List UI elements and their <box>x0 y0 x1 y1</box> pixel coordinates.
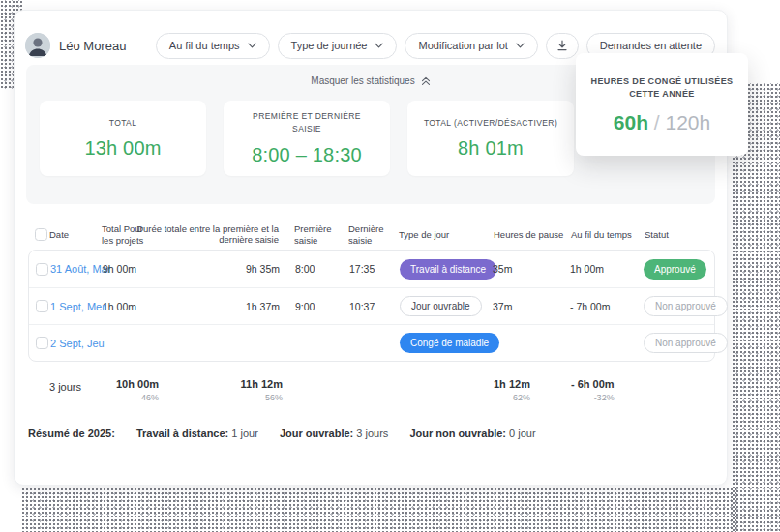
status-badge[interactable]: Non approuvé <box>644 296 728 316</box>
col-header-last-entry: Dernière saisie <box>345 223 399 247</box>
date-link[interactable]: 2 Sept, Jeu <box>50 338 105 349</box>
col-header-overtime: Au fil du temps <box>569 229 643 241</box>
row-checkbox[interactable] <box>36 300 48 312</box>
col-header-first-entry: Première saisie <box>286 223 345 247</box>
col-header-status: Statut <box>643 229 717 241</box>
cell-pause: 37m <box>493 301 570 312</box>
col-header-day-type: Type de jour <box>399 229 492 241</box>
cell-first-entry: 9:00 <box>287 301 345 312</box>
day-type-badge[interactable]: Travail à distance <box>400 259 496 280</box>
chevron-down-icon <box>375 43 383 48</box>
cell-total-duration: 9h 35m <box>162 263 287 275</box>
totals-total-projects: 10h 00m 46% <box>116 378 159 402</box>
summary-item: Jour non ouvrable: 0 jour <box>409 428 535 439</box>
totals-overtime: - 6h 00m -32% <box>571 378 615 402</box>
download-icon <box>556 40 568 51</box>
leave-separator: / <box>654 111 660 133</box>
cell-first-entry: 8:00 <box>287 263 345 275</box>
double-chevron-up-icon <box>421 76 431 86</box>
grain-shadow-bottom <box>21 488 737 532</box>
pending-requests-label: Demandes en attente <box>600 40 702 51</box>
table-row: 2 Sept, Jeu Congé de maladie Non approuv… <box>29 324 714 361</box>
stat-card-label: TOTAL <box>96 117 151 130</box>
bulk-edit-button[interactable]: Modification par lot <box>405 33 537 59</box>
stat-card-clock-total: TOTAL (ACTIVER/DÉSACTIVER) 8h 01m <box>407 101 574 176</box>
cell-total-duration: 1h 37m <box>162 301 287 312</box>
leave-hours-label: HEURES DE CONGÉ UTILISÉES CETTE ANNÉE <box>576 75 748 102</box>
cell-total-projects: 9h 00m <box>103 263 162 275</box>
totals-days: 3 jours <box>49 374 102 393</box>
leave-hours-value: 60h / 120h <box>614 111 710 134</box>
hide-statistics-label: Masquer les statistiques <box>311 75 414 86</box>
table-header-row: Date Total Pour les projets Durée totale… <box>28 220 715 250</box>
overtime-filter-button[interactable]: Au fil du temps <box>156 33 270 59</box>
day-type-filter-button[interactable]: Type de journée <box>278 33 398 59</box>
day-type-badge[interactable]: Congé de maladie <box>400 333 499 353</box>
stat-card-value: 8:00 – 18:30 <box>252 144 362 166</box>
col-header-pause: Heures de pause <box>492 229 569 241</box>
summary-item: Jour ouvrable: 3 jours <box>280 428 389 439</box>
cell-last-entry: 17:35 <box>345 263 400 275</box>
totals-total-duration: 11h 12m 56% <box>241 378 283 402</box>
main-panel: Léo Moreau Au fil du temps Type de journ… <box>14 10 728 486</box>
table-row: 31 Août, Mar 9h 00m 9h 35m 8:00 17:35 Tr… <box>29 251 714 287</box>
stat-card-total: TOTAL 13h 00m <box>40 101 206 176</box>
leave-total: 120h <box>666 111 711 133</box>
avatar <box>25 33 50 58</box>
col-header-total-duration: Durée totale entre la première et la der… <box>161 220 286 250</box>
totals-pause: 1h 12m 62% <box>494 378 530 402</box>
chevron-down-icon <box>248 43 256 48</box>
leave-used: 60h <box>614 111 648 133</box>
col-header-date: Date <box>49 229 102 241</box>
bulk-edit-label: Modification par lot <box>418 40 507 51</box>
cell-pause: 35m <box>493 263 570 275</box>
user-info: Léo Moreau <box>25 33 126 58</box>
select-all-checkbox[interactable] <box>35 228 47 241</box>
stat-card-value: 13h 00m <box>84 137 161 160</box>
stat-card-label: PREMIÈRE ET DERNIÈRE SAISIE <box>224 110 390 135</box>
page: Léo Moreau Au fil du temps Type de journ… <box>0 0 780 532</box>
day-type-badge[interactable]: Jour ouvrable <box>400 296 482 316</box>
statistics-band: Masquer les statistiques TOTAL 13h 00m P… <box>26 65 715 204</box>
cell-last-entry: 10:37 <box>345 301 400 312</box>
status-badge[interactable]: Non approuvé <box>644 333 728 353</box>
table-body: 31 Août, Mar 9h 00m 9h 35m 8:00 17:35 Tr… <box>28 250 715 362</box>
summary-item: Travail à distance: 1 jour <box>136 428 258 439</box>
chevron-down-icon <box>516 43 525 48</box>
stat-card-value: 8h 01m <box>458 137 524 160</box>
user-name: Léo Moreau <box>59 39 126 53</box>
download-button[interactable] <box>546 33 579 59</box>
cell-overtime: - 7h 00m <box>570 301 644 312</box>
row-checkbox[interactable] <box>36 263 48 276</box>
stat-card-label: TOTAL (ACTIVER/DÉSACTIVER) <box>410 117 571 130</box>
day-type-filter-label: Type de journée <box>291 40 368 51</box>
time-entries-table: Date Total Pour les projets Durée totale… <box>28 220 715 402</box>
year-summary: Résumé de 2025: Travail à distance: 1 jo… <box>28 428 715 439</box>
leave-hours-card: HEURES DE CONGÉ UTILISÉES CETTE ANNÉE 60… <box>576 53 748 156</box>
cell-overtime: 1h 00m <box>570 263 644 275</box>
status-badge[interactable]: Approuvé <box>644 259 706 280</box>
overtime-filter-label: Au fil du temps <box>169 40 240 51</box>
row-checkbox[interactable] <box>36 337 48 349</box>
table-row: 1 Sept, Mer 1h 00m 1h 37m 9:00 10:37 Jou… <box>29 287 714 324</box>
table-totals-row: 3 jours 10h 00m 46% 11h 12m 56% <box>28 374 715 402</box>
stat-card-first-last-entry: PREMIÈRE ET DERNIÈRE SAISIE 8:00 – 18:30 <box>224 101 390 176</box>
date-link[interactable]: 1 Sept, Mer <box>50 301 105 312</box>
summary-title: Résumé de 2025: <box>28 428 115 439</box>
cell-total-projects: 1h 00m <box>103 301 162 312</box>
